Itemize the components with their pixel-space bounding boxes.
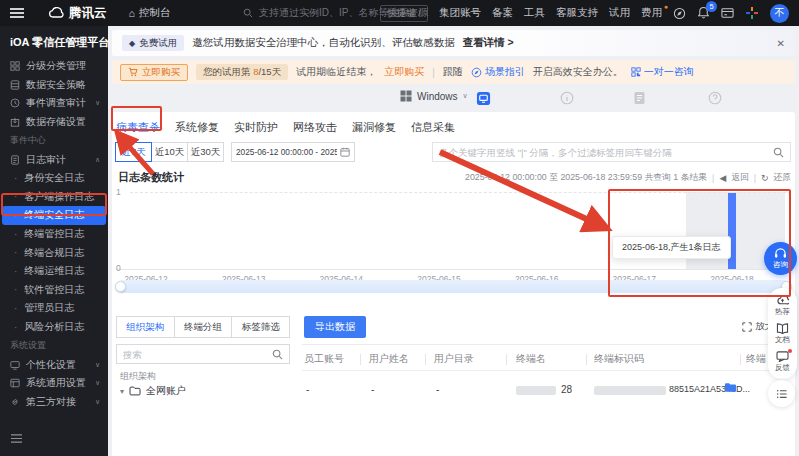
y-axis-label-min: 0	[116, 263, 121, 273]
terminal-monitor-icon[interactable]	[476, 91, 491, 106]
windows-logo-icon	[400, 90, 412, 102]
tab-network-attack[interactable]: 网络攻击	[293, 120, 337, 135]
sidebar-item-client-op-log[interactable]: ·客户端操作日志	[0, 188, 108, 207]
sidebar-item-terminal-security-log[interactable]: ·终端安全日志	[2, 206, 106, 225]
bullet-icon: ·	[14, 303, 17, 314]
col-header-terminal-name: 终端名	[516, 352, 546, 366]
sidebar-item-terminal-control-log[interactable]: ·终端管控日志	[0, 225, 108, 244]
notifications-bell[interactable]: 5	[697, 6, 710, 21]
search-icon[interactable]	[773, 147, 784, 158]
rail-item-hot-picks[interactable]: 热荐	[775, 294, 790, 317]
view-details-link[interactable]: 查看详情 >	[463, 36, 514, 50]
range-7d-button[interactable]: 近7天	[115, 142, 152, 162]
scene-guide-link[interactable]: 场景指引	[471, 65, 525, 79]
sidebar-collapse-button[interactable]	[10, 430, 23, 448]
rail-collapse-button[interactable]	[768, 380, 795, 407]
back-icon[interactable]: ◀	[719, 173, 726, 183]
tree-node-all-accounts[interactable]: ▾ 全网账户	[120, 384, 186, 398]
cell-userdir: -	[436, 384, 439, 395]
tab-tag-filter[interactable]: 标签筛选	[232, 317, 289, 337]
platform-bar: Windows ∨	[108, 88, 799, 110]
close-icon[interactable]: ✕	[777, 38, 785, 49]
export-data-button[interactable]: 导出数据	[304, 316, 366, 338]
back-label[interactable]: 返回	[731, 172, 749, 184]
sidebar-item-incident-audit[interactable]: 事件调查审计 ∨	[0, 94, 108, 113]
query-summary: 2025-06-12 00:00:00 至 2025-06-18 23:59:5…	[465, 172, 707, 184]
one-on-one-consult-link[interactable]: 一对一咨询	[631, 65, 694, 79]
topbar: 腾讯云 ⌂ 控制台 支持通过实例ID、IP、名称等搜索资源 快捷键 / 集团账号…	[0, 0, 799, 26]
sidebar-item-risk-analysis-log[interactable]: ·风险分析日志	[0, 318, 108, 337]
sidebar-item-log-audit[interactable]: 日志审计 ∧	[0, 150, 108, 169]
chart-brush-scrollbar[interactable]	[116, 280, 791, 293]
tab-realtime-protection[interactable]: 实时防护	[234, 120, 278, 135]
guide-compass-icon	[471, 67, 482, 78]
console-link[interactable]: ⌂ 控制台	[129, 6, 171, 20]
buy-now-button[interactable]: 立即购买	[120, 64, 188, 81]
sidebar-item-admin-log[interactable]: ·管理员日志	[0, 299, 108, 318]
rewards-spark-icon[interactable]	[745, 6, 759, 20]
sidebar-item-system-general[interactable]: 系统通用设置 ∨	[0, 374, 108, 393]
sidebar-item-label: 软件管控日志	[24, 283, 84, 297]
tencent-cloud-logo[interactable]: 腾讯云	[48, 5, 107, 22]
headset-icon	[774, 248, 787, 259]
tree-section-label: 组织架构	[120, 370, 156, 383]
expand-icon	[742, 322, 752, 332]
sidebar-item-identity-log[interactable]: ·身份安全日志	[0, 169, 108, 188]
sidebar-item-data-security-policy[interactable]: 数据安全策略	[0, 76, 108, 95]
keyword-search-input[interactable]	[439, 147, 773, 158]
tab-virus-scan[interactable]: 病毒查杀	[116, 120, 160, 135]
topbar-search[interactable]: 支持通过实例ID、IP、名称等搜索资源	[243, 0, 428, 26]
redacted-terminal-name	[516, 386, 556, 395]
chart-tooltip: 2025-06-18,产生1条日志	[612, 236, 731, 259]
sidebar-item-terminal-ops-log[interactable]: ·终端运维日志	[0, 262, 108, 281]
range-10d-button[interactable]: 近10天	[151, 142, 188, 162]
org-search-input[interactable]	[123, 349, 272, 360]
hamburger-menu-icon[interactable]	[10, 6, 24, 20]
sidebar-item-label: 终端运维日志	[24, 264, 84, 278]
menu-billing[interactable]: 费用 ●	[641, 6, 662, 20]
sidebar-section-event-center: 事件中心	[0, 131, 108, 150]
avatar[interactable]: 不	[770, 4, 789, 23]
sidebar-item-software-control-log[interactable]: ·软件管控日志	[0, 281, 108, 300]
brush-handle-left[interactable]	[115, 281, 126, 292]
tab-org-structure[interactable]: 组织架构	[117, 317, 175, 337]
divider: |	[712, 173, 714, 183]
tab-terminal-group[interactable]: 终端分组	[175, 317, 233, 337]
buy-now-link[interactable]: 立即购买	[384, 65, 424, 79]
range-30d-button[interactable]: 近30天	[187, 142, 224, 162]
days-prefix: 您的试用第	[203, 66, 253, 77]
folder-blue-icon[interactable]	[724, 382, 737, 393]
doc-grey-icon[interactable]	[633, 91, 646, 105]
consult-bubble[interactable]: 咨询	[764, 242, 797, 275]
col-header-terminal-id: 终端标识码	[594, 352, 644, 366]
sidebar-item-classification[interactable]: 分级分类管理	[0, 57, 108, 76]
menu-trial[interactable]: 试用	[609, 6, 630, 20]
col-header-account: 员工账号	[304, 352, 344, 366]
platform-select[interactable]: Windows ∨	[400, 90, 468, 102]
link-icon	[10, 397, 20, 407]
date-range-picker[interactable]: 2025-06-12 00:00:00 - 2025-06-18 23:59:5…	[231, 142, 355, 162]
clock-icon	[10, 98, 20, 108]
circle-info-icon[interactable]	[560, 91, 574, 105]
tab-info-collection[interactable]: 信息采集	[411, 120, 455, 135]
restore-icon[interactable]: ↻	[761, 173, 768, 183]
billing-card-icon[interactable]	[721, 7, 734, 19]
compass-icon[interactable]	[673, 7, 686, 20]
menu-tools[interactable]: 工具	[524, 6, 545, 20]
restore-label[interactable]: 还原	[773, 172, 791, 184]
sidebar-item-third-party[interactable]: 第三方对接 ∨	[0, 393, 108, 412]
sidebar-item-terminal-compliance-log[interactable]: ·终端合规日志	[0, 243, 108, 262]
search-icon[interactable]	[272, 349, 283, 360]
tab-vulnerability-fix[interactable]: 漏洞修复	[352, 120, 396, 135]
menu-icp[interactable]: 备案	[492, 6, 513, 20]
tab-system-repair[interactable]: 系统修复	[175, 120, 219, 135]
rail-item-docs[interactable]: 文档	[775, 323, 790, 345]
rail-item-feedback[interactable]: 反馈	[775, 351, 790, 373]
sidebar-item-personalization[interactable]: 个性化设置 ∨	[0, 355, 108, 374]
circle-help-icon[interactable]	[708, 91, 722, 105]
sidebar-item-data-storage[interactable]: 数据存储设置	[0, 113, 108, 132]
sidebar-item-label: 身份安全日志	[24, 171, 84, 185]
tree-node-label: 全网账户	[146, 384, 186, 398]
menu-group-account[interactable]: 集团账号	[439, 6, 481, 20]
menu-support[interactable]: 客服支持	[556, 6, 598, 20]
